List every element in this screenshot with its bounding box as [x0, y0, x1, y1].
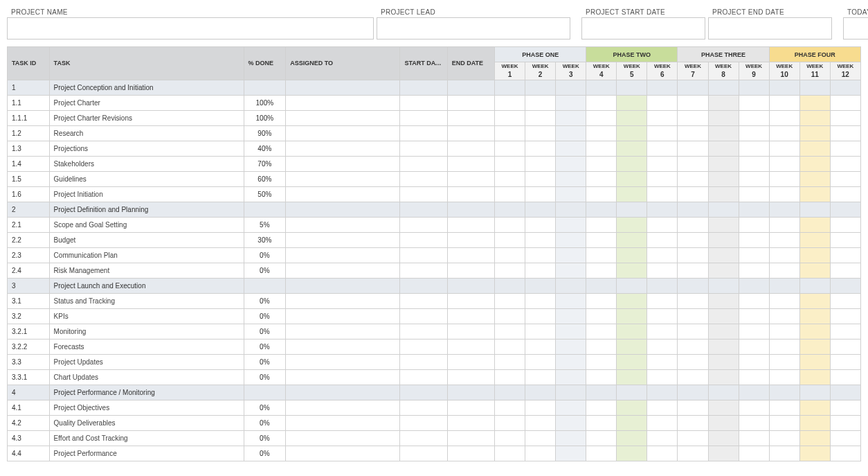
cell-end-date[interactable] [447, 141, 494, 156]
cell-task-name[interactable]: Guidelines [49, 171, 244, 186]
cell-week-5[interactable] [617, 171, 647, 186]
cell-start-date[interactable] [400, 308, 447, 324]
cell-week-5[interactable] [617, 202, 647, 217]
cell-pct-done[interactable]: 5% [244, 217, 286, 232]
cell-week-9[interactable] [739, 156, 769, 171]
cell-week-2[interactable] [525, 263, 556, 278]
cell-week-12[interactable] [830, 415, 860, 430]
cell-week-1[interactable] [495, 263, 525, 278]
cell-end-date[interactable] [447, 125, 494, 141]
cell-week-7[interactable] [678, 369, 708, 385]
cell-end-date[interactable] [447, 446, 494, 461]
cell-week-4[interactable] [586, 400, 617, 415]
cell-end-date[interactable] [447, 354, 494, 369]
cell-week-4[interactable] [586, 293, 617, 308]
cell-assigned-to[interactable] [286, 202, 400, 217]
cell-pct-done[interactable]: 100% [244, 110, 286, 125]
cell-week-5[interactable] [617, 385, 647, 400]
cell-task-name[interactable]: Project Initiation [49, 186, 244, 202]
cell-task-name[interactable]: Project Objectives [49, 400, 244, 415]
cell-week-7[interactable] [678, 232, 708, 247]
cell-start-date[interactable] [400, 217, 447, 232]
cell-week-10[interactable] [769, 217, 799, 232]
cell-week-2[interactable] [525, 308, 556, 324]
cell-week-12[interactable] [830, 430, 860, 446]
cell-week-1[interactable] [495, 354, 525, 369]
cell-week-4[interactable] [586, 415, 617, 430]
cell-end-date[interactable] [447, 263, 494, 278]
cell-week-9[interactable] [739, 125, 769, 141]
cell-assigned-to[interactable] [286, 263, 400, 278]
cell-week-9[interactable] [739, 80, 769, 95]
cell-week-3[interactable] [556, 339, 586, 354]
cell-pct-done[interactable] [244, 80, 286, 95]
cell-start-date[interactable] [400, 354, 447, 369]
cell-week-1[interactable] [495, 125, 525, 141]
cell-end-date[interactable] [447, 156, 494, 171]
cell-week-2[interactable] [525, 171, 556, 186]
cell-task-name[interactable]: Effort and Cost Tracking [49, 430, 244, 446]
cell-week-2[interactable] [525, 354, 556, 369]
cell-week-8[interactable] [708, 232, 739, 247]
cell-week-1[interactable] [495, 293, 525, 308]
cell-week-8[interactable] [708, 415, 739, 430]
project-lead-input[interactable] [377, 17, 570, 39]
cell-week-1[interactable] [495, 80, 525, 95]
cell-pct-done[interactable]: 0% [244, 354, 286, 369]
cell-week-4[interactable] [586, 339, 617, 354]
cell-task-name[interactable]: Quality Deliverables [49, 415, 244, 430]
cell-week-9[interactable] [739, 141, 769, 156]
cell-week-1[interactable] [495, 186, 525, 202]
cell-week-11[interactable] [799, 186, 830, 202]
cell-start-date[interactable] [400, 186, 447, 202]
cell-week-2[interactable] [525, 125, 556, 141]
cell-week-8[interactable] [708, 141, 739, 156]
cell-week-11[interactable] [799, 95, 830, 110]
cell-week-3[interactable] [556, 263, 586, 278]
cell-start-date[interactable] [400, 400, 447, 415]
cell-week-5[interactable] [617, 95, 647, 110]
cell-task-id[interactable]: 1.6 [8, 186, 50, 202]
cell-pct-done[interactable]: 0% [244, 446, 286, 461]
cell-week-6[interactable] [647, 415, 678, 430]
cell-week-4[interactable] [586, 247, 617, 263]
cell-week-5[interactable] [617, 247, 647, 263]
cell-week-1[interactable] [495, 385, 525, 400]
cell-start-date[interactable] [400, 202, 447, 217]
cell-week-9[interactable] [739, 186, 769, 202]
cell-task-id[interactable]: 3.2.1 [8, 324, 50, 339]
cell-week-7[interactable] [678, 95, 708, 110]
cell-week-10[interactable] [769, 339, 799, 354]
cell-assigned-to[interactable] [286, 308, 400, 324]
cell-end-date[interactable] [447, 400, 494, 415]
cell-week-10[interactable] [769, 400, 799, 415]
cell-week-6[interactable] [647, 369, 678, 385]
cell-week-4[interactable] [586, 324, 617, 339]
cell-week-7[interactable] [678, 354, 708, 369]
cell-task-id[interactable]: 1.3 [8, 141, 50, 156]
cell-week-4[interactable] [586, 354, 617, 369]
cell-week-6[interactable] [647, 186, 678, 202]
cell-task-id[interactable]: 1.5 [8, 171, 50, 186]
cell-week-2[interactable] [525, 156, 556, 171]
cell-week-8[interactable] [708, 95, 739, 110]
cell-end-date[interactable] [447, 308, 494, 324]
cell-end-date[interactable] [447, 80, 494, 95]
project-name-input[interactable] [7, 17, 374, 39]
cell-assigned-to[interactable] [286, 125, 400, 141]
cell-assigned-to[interactable] [286, 415, 400, 430]
cell-week-1[interactable] [495, 110, 525, 125]
cell-task-name[interactable]: Status and Tracking [49, 293, 244, 308]
cell-week-3[interactable] [556, 202, 586, 217]
cell-week-12[interactable] [830, 400, 860, 415]
cell-task-id[interactable]: 1 [8, 80, 50, 95]
cell-week-11[interactable] [799, 171, 830, 186]
project-start-input[interactable] [581, 17, 705, 39]
cell-week-6[interactable] [647, 95, 678, 110]
cell-assigned-to[interactable] [286, 324, 400, 339]
cell-task-name[interactable]: Project Charter Revisions [49, 110, 244, 125]
cell-start-date[interactable] [400, 247, 447, 263]
cell-week-1[interactable] [495, 202, 525, 217]
cell-week-11[interactable] [799, 80, 830, 95]
cell-week-8[interactable] [708, 369, 739, 385]
